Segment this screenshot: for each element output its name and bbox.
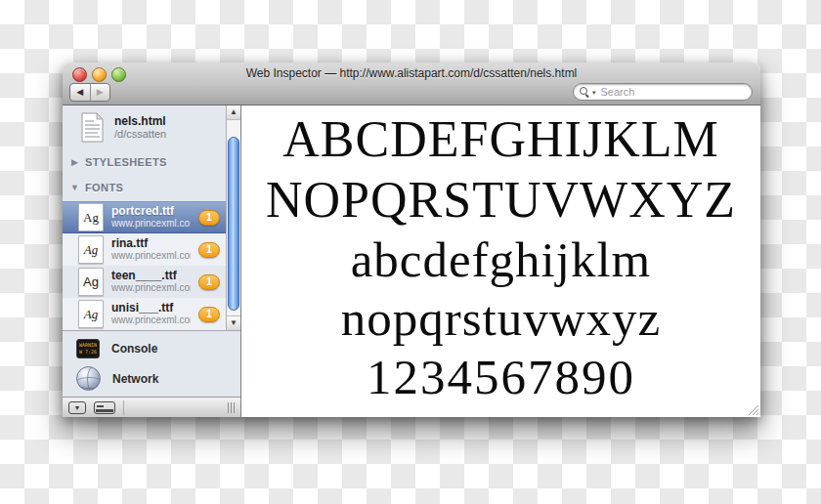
scrollbar-thumb[interactable] bbox=[228, 137, 239, 311]
statusbar-separator bbox=[123, 400, 124, 415]
scroll-up-arrow-icon[interactable]: ▲ bbox=[227, 105, 240, 120]
split-console-button[interactable] bbox=[94, 401, 115, 414]
network-globe-icon bbox=[76, 366, 101, 391]
sidebar-resize-grip[interactable] bbox=[228, 402, 235, 413]
font-file-name: unisi___.ttf bbox=[111, 302, 191, 315]
window-resize-grip-icon[interactable] bbox=[746, 402, 758, 415]
window-body: nels.html /d/cssatten ▶ STYLESHEETS ▼ FO… bbox=[63, 105, 760, 417]
sidebar-scrollbar[interactable]: ▲ ▼ bbox=[226, 105, 240, 330]
file-path: /d/cssatten bbox=[114, 128, 166, 141]
file-info: nels.html /d/cssatten bbox=[114, 114, 166, 141]
split-view-icon bbox=[96, 409, 113, 412]
search-icon bbox=[580, 87, 589, 97]
usage-count-badge: 1 bbox=[198, 307, 220, 322]
panel-label: Network bbox=[112, 372, 158, 386]
usage-count-badge: 1 bbox=[198, 210, 220, 226]
sidebar-panels: WARNIN W 7:26:1 Console Network bbox=[63, 333, 240, 394]
close-button[interactable] bbox=[72, 67, 87, 82]
sidebar-section-stylesheets[interactable]: ▶ STYLESHEETS bbox=[63, 148, 226, 174]
transparency-checkerboard-background: Web Inspector — http://www.alistapart.co… bbox=[0, 0, 821, 504]
section-label: FONTS bbox=[85, 182, 123, 193]
font-file-name: rina.ttf bbox=[111, 237, 191, 250]
web-inspector-window: Web Inspector — http://www.alistapart.co… bbox=[63, 63, 760, 416]
chevron-right-icon[interactable]: ▶ bbox=[70, 158, 79, 167]
font-list: Ag portcred.ttf www.princexml.co… 1 Ag bbox=[63, 201, 226, 330]
history-nav-buttons: ◀ ▶ bbox=[69, 83, 110, 102]
search-input[interactable] bbox=[599, 85, 746, 99]
dock-arrow-icon: ▼ bbox=[74, 404, 81, 411]
font-file-source: www.princexml.co… bbox=[111, 218, 191, 230]
dock-toggle-button[interactable]: ▼ bbox=[68, 401, 86, 414]
font-list-item-unisi[interactable]: Ag unisi___.ttf www.princexml.com… 1 bbox=[63, 298, 226, 330]
font-file-icon: Ag bbox=[78, 235, 104, 264]
forward-arrow-icon: ▶ bbox=[97, 88, 104, 97]
inspector-sidebar: nels.html /d/cssatten ▶ STYLESHEETS ▼ FO… bbox=[63, 105, 241, 417]
font-file-name: portcred.ttf bbox=[111, 205, 191, 218]
sidebar-item-console[interactable]: WARNIN W 7:26:1 Console bbox=[63, 333, 240, 363]
usage-count-badge: 1 bbox=[198, 242, 220, 258]
font-preview-line: ABCDEFGHIJKLM bbox=[241, 109, 760, 170]
forward-button[interactable]: ▶ bbox=[91, 84, 110, 101]
console-icon: WARNIN W 7:26:1 bbox=[76, 339, 100, 358]
font-file-icon: Ag bbox=[78, 300, 104, 328]
font-file-source: www.princexml.com… bbox=[111, 315, 191, 326]
section-label: STYLESHEETS bbox=[85, 156, 167, 168]
panel-label: Console bbox=[111, 342, 157, 356]
sidebar-item-network[interactable]: Network bbox=[63, 363, 240, 394]
font-list-item-teen[interactable]: Ag teen____.ttf www.princexml.com… 1 bbox=[63, 266, 226, 298]
file-name: nels.html bbox=[114, 114, 166, 128]
back-arrow-icon: ◀ bbox=[76, 88, 83, 97]
sidebar-section-fonts[interactable]: ▼ FONTS bbox=[63, 174, 226, 199]
font-preview-pane: ABCDEFGHIJKLM NOPQRSTUVWXYZ abcdefghijkl… bbox=[241, 105, 760, 417]
font-file-source: www.princexml.com… bbox=[111, 250, 191, 262]
window-title: Web Inspector — http://www.alistapart.co… bbox=[121, 66, 702, 80]
document-icon bbox=[80, 112, 105, 143]
scroll-down-arrow-icon[interactable]: ▼ bbox=[227, 315, 240, 330]
search-options-caret-icon[interactable]: ▾ bbox=[592, 89, 596, 96]
window-header: Web Inspector — http://www.alistapart.co… bbox=[63, 63, 760, 105]
font-file-icon: Ag bbox=[78, 203, 104, 231]
search-field[interactable]: ▾ bbox=[573, 83, 753, 101]
font-file-name: teen____.ttf bbox=[111, 270, 191, 282]
font-list-item-portcred[interactable]: Ag portcred.ttf www.princexml.co… 1 bbox=[63, 201, 226, 233]
font-preview-line: nopqrstuvwxyz bbox=[241, 289, 760, 348]
font-preview-line: 1234567890 bbox=[241, 348, 760, 406]
inspected-file-item[interactable]: nels.html /d/cssatten bbox=[63, 105, 226, 148]
font-preview-line: abcdefghijklm bbox=[241, 231, 760, 289]
font-preview-line: NOPQRSTUVWXYZ bbox=[241, 170, 760, 231]
font-list-item-rina[interactable]: Ag rina.ttf www.princexml.com… 1 bbox=[63, 233, 226, 266]
traffic-lights bbox=[72, 67, 126, 82]
sidebar-status-bar: ▼ bbox=[63, 397, 240, 417]
sidebar-divider bbox=[63, 330, 240, 331]
minimize-button[interactable] bbox=[92, 67, 107, 82]
sidebar-scroll-area: nels.html /d/cssatten ▶ STYLESHEETS ▼ FO… bbox=[63, 105, 226, 330]
font-file-source: www.princexml.com… bbox=[111, 282, 191, 294]
back-button[interactable]: ◀ bbox=[70, 84, 91, 101]
font-file-icon: Ag bbox=[78, 268, 104, 296]
chevron-down-icon[interactable]: ▼ bbox=[70, 184, 79, 192]
usage-count-badge: 1 bbox=[198, 274, 220, 290]
